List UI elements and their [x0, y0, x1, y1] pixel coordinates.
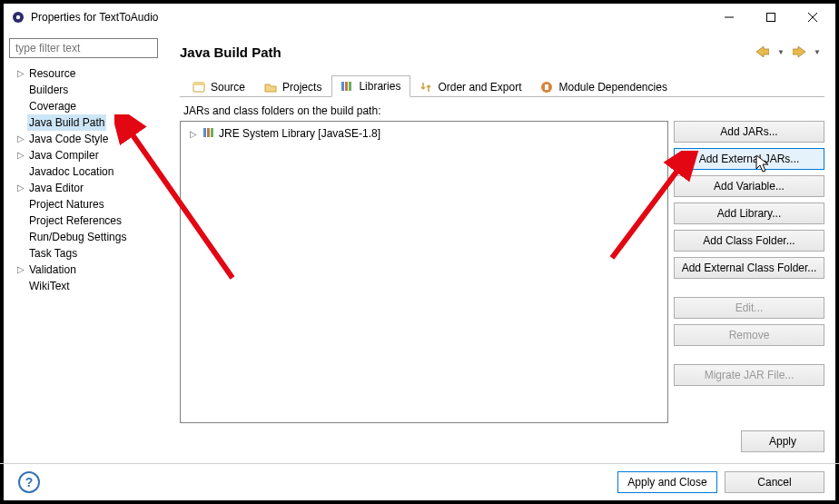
tab-label: Order and Export	[438, 81, 521, 94]
sidebar-item-label: Java Code Style	[27, 131, 110, 147]
title-bar: Properties for TextToAudio	[4, 4, 835, 31]
library-entry[interactable]: ▷JRE System Library [JavaSE-1.8]	[184, 125, 664, 142]
expand-icon: ▷	[15, 131, 27, 147]
sidebar-item-builders[interactable]: Builders	[9, 82, 160, 98]
sidebar-item-wikitext[interactable]: WikiText	[9, 278, 160, 294]
sidebar-item-run-debug-settings[interactable]: Run/Debug Settings	[9, 229, 160, 245]
sidebar-item-label: Project Natures	[27, 196, 106, 212]
tab-projects[interactable]: Projects	[255, 75, 331, 97]
forward-menu-icon[interactable]: ▼	[810, 44, 824, 59]
svg-rect-9	[345, 82, 348, 91]
maximize-button[interactable]	[750, 4, 792, 31]
sidebar-item-java-code-style[interactable]: ▷Java Code Style	[9, 131, 160, 147]
tab-icon	[263, 80, 278, 94]
sidebar-item-java-build-path[interactable]: Java Build Path	[9, 114, 160, 131]
sidebar-item-project-natures[interactable]: Project Natures	[9, 196, 160, 212]
sidebar-item-java-compiler[interactable]: ▷Java Compiler	[9, 147, 160, 163]
add-class-folder-button[interactable]: Add Class Folder...	[674, 230, 824, 252]
svg-point-1	[16, 15, 20, 19]
forward-icon[interactable]	[792, 44, 806, 59]
sidebar-item-label: Java Compiler	[27, 147, 101, 163]
sidebar-item-label: Builders	[27, 82, 70, 98]
nav-history: ▼ ▼	[755, 44, 824, 59]
dialog-footer: ? Apply and Close Cancel	[4, 464, 835, 500]
libraries-list[interactable]: ▷JRE System Library [JavaSE-1.8]	[180, 121, 668, 423]
svg-rect-13	[203, 128, 206, 137]
sidebar-item-label: Resource	[27, 65, 77, 82]
expand-icon: ▷	[15, 65, 27, 82]
sidebar-item-java-editor[interactable]: ▷Java Editor	[9, 180, 160, 196]
sidebar-item-label: Javadoc Location	[27, 163, 115, 180]
tab-module-dependencies[interactable]: Module Dependencies	[531, 75, 676, 97]
tab-source[interactable]: Source	[183, 75, 255, 97]
sidebar-item-coverage[interactable]: Coverage	[9, 98, 160, 114]
apply-and-close-button[interactable]: Apply and Close	[617, 471, 717, 493]
sidebar: ▷ResourceBuildersCoverageJava Build Path…	[4, 31, 165, 463]
tab-label: Module Dependencies	[558, 81, 666, 94]
svg-rect-14	[207, 128, 210, 137]
main-panel: Java Build Path ▼ ▼ SourceProjectsLibrar…	[165, 31, 835, 463]
add-library-button[interactable]: Add Library...	[674, 203, 824, 224]
svg-rect-8	[341, 82, 344, 91]
filter-input[interactable]	[9, 38, 158, 58]
expand-icon: ▷	[15, 262, 27, 278]
tab-label: Source	[211, 81, 245, 94]
sidebar-item-label: Coverage	[27, 98, 78, 114]
sidebar-item-project-references[interactable]: Project References	[9, 212, 160, 229]
category-tree: ▷ResourceBuildersCoverageJava Build Path…	[9, 65, 160, 294]
sidebar-item-resource[interactable]: ▷Resource	[9, 65, 160, 82]
buttons-column: Add JARs... Add External JARs... Add Var…	[674, 121, 824, 423]
list-caption: JARs and class folders on the build path…	[180, 97, 824, 121]
add-jars-button[interactable]: Add JARs...	[674, 121, 824, 143]
svg-rect-3	[767, 14, 775, 22]
window-title: Properties for TextToAudio	[31, 11, 159, 24]
library-label: JRE System Library [JavaSE-1.8]	[219, 127, 380, 140]
tab-icon	[539, 80, 554, 94]
tab-icon	[340, 79, 354, 94]
add-external-class-folder-button[interactable]: Add External Class Folder...	[674, 257, 824, 279]
tab-label: Libraries	[359, 80, 400, 93]
tab-label: Projects	[282, 81, 321, 94]
close-button[interactable]	[792, 4, 834, 31]
back-icon[interactable]	[755, 44, 770, 59]
sidebar-item-label: Java Build Path	[27, 114, 106, 131]
remove-button[interactable]: Remove	[674, 324, 824, 346]
migrate-jar-button[interactable]: Migrate JAR File...	[674, 364, 824, 386]
apply-button[interactable]: Apply	[741, 430, 824, 452]
svg-rect-15	[211, 128, 213, 137]
minimize-button[interactable]	[708, 4, 750, 31]
add-variable-button[interactable]: Add Variable...	[674, 175, 824, 197]
sidebar-item-label: Java Editor	[27, 180, 85, 196]
properties-dialog: Properties for TextToAudio ▷ResourceBuil…	[4, 4, 835, 500]
svg-rect-12	[545, 84, 548, 90]
app-icon	[11, 10, 25, 25]
sidebar-item-task-tags[interactable]: Task Tags	[9, 245, 160, 262]
tab-order-and-export[interactable]: Order and Export	[410, 75, 531, 97]
svg-rect-7	[193, 83, 204, 85]
page-heading: Java Build Path	[180, 44, 755, 60]
tab-bar: SourceProjectsLibrariesOrder and ExportM…	[180, 74, 824, 97]
tab-icon	[419, 80, 433, 94]
sidebar-item-label: Run/Debug Settings	[27, 229, 128, 245]
back-menu-icon[interactable]: ▼	[774, 44, 788, 59]
tab-libraries[interactable]: Libraries	[331, 75, 410, 97]
tab-icon	[192, 80, 206, 94]
sidebar-item-label: Validation	[27, 262, 78, 278]
expand-icon: ▷	[15, 180, 27, 196]
expand-icon: ▷	[15, 147, 27, 163]
expand-icon: ▷	[188, 129, 199, 139]
sidebar-item-javadoc-location[interactable]: Javadoc Location	[9, 163, 160, 180]
sidebar-item-validation[interactable]: ▷Validation	[9, 262, 160, 278]
sidebar-item-label: Project References	[27, 212, 123, 229]
sidebar-item-label: WikiText	[27, 278, 72, 294]
add-external-jars-button[interactable]: Add External JARs...	[674, 148, 824, 170]
sidebar-item-label: Task Tags	[27, 245, 79, 262]
help-icon[interactable]: ?	[18, 471, 40, 493]
cancel-button[interactable]: Cancel	[725, 471, 824, 493]
svg-rect-10	[349, 82, 351, 91]
library-icon	[202, 126, 215, 142]
edit-button[interactable]: Edit...	[674, 297, 824, 319]
